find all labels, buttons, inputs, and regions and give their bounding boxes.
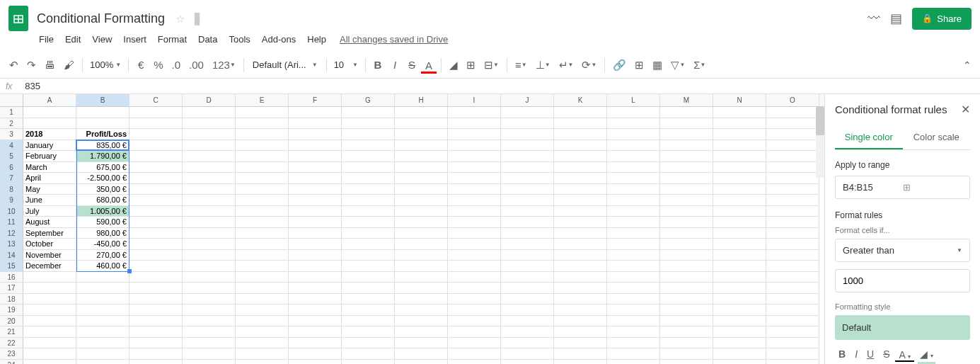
star-icon[interactable]: ☆ <box>175 13 185 25</box>
cell-M10[interactable] <box>660 206 713 217</box>
cell-O6[interactable] <box>766 162 819 174</box>
save-status[interactable]: All changes saved in Drive <box>340 34 448 45</box>
row-header-17[interactable]: 17 <box>0 283 23 294</box>
col-header-L[interactable]: L <box>607 94 660 106</box>
cell-D8[interactable] <box>183 184 236 195</box>
cell-G13[interactable] <box>342 239 395 250</box>
cell-I1[interactable] <box>448 107 501 118</box>
cell-C18[interactable] <box>129 294 183 305</box>
cell-H4[interactable] <box>395 140 448 152</box>
cell-G11[interactable] <box>342 217 395 228</box>
cell-I2[interactable] <box>448 118 501 130</box>
cell-B4[interactable]: 835,00 € <box>76 140 129 152</box>
cell-N17[interactable] <box>713 283 766 294</box>
cell-C5[interactable] <box>129 151 183 162</box>
cell-I7[interactable] <box>448 173 501 184</box>
cell-A19[interactable] <box>23 305 76 316</box>
cell-B9[interactable]: 680,00 € <box>76 195 129 206</box>
cell-E3[interactable] <box>236 129 289 140</box>
condition-select[interactable]: Greater than ▼ <box>835 239 970 262</box>
cell-N9[interactable] <box>713 195 766 206</box>
cell-B16[interactable] <box>76 272 129 283</box>
cell-C11[interactable] <box>129 217 183 228</box>
row-header-1[interactable]: 1 <box>0 107 23 118</box>
style-bold-button[interactable]: B <box>835 346 849 363</box>
cell-A17[interactable] <box>23 283 76 294</box>
cell-C3[interactable] <box>129 129 183 140</box>
cell-K9[interactable] <box>554 195 607 206</box>
col-header-K[interactable]: K <box>554 94 607 106</box>
cell-I9[interactable] <box>448 195 501 206</box>
cell-G3[interactable] <box>342 129 395 140</box>
cell-K21[interactable] <box>554 326 607 338</box>
chart-button[interactable]: ▦ <box>649 56 666 74</box>
cell-B1[interactable] <box>76 107 129 118</box>
cell-N19[interactable] <box>713 305 766 316</box>
col-header-F[interactable]: F <box>289 94 342 106</box>
cell-G7[interactable] <box>342 173 395 184</box>
cell-A22[interactable] <box>23 338 76 349</box>
cell-J15[interactable] <box>501 261 554 272</box>
cell-B3[interactable]: Profit/Loss <box>76 129 129 140</box>
cell-N3[interactable] <box>713 129 766 140</box>
cell-H22[interactable] <box>395 338 448 349</box>
cell-G17[interactable] <box>342 283 395 294</box>
cell-E13[interactable] <box>236 239 289 250</box>
borders-button[interactable]: ⊞ <box>463 56 479 74</box>
cell-J10[interactable] <box>501 206 554 217</box>
bold-button[interactable]: B <box>370 56 386 74</box>
link-button[interactable]: 🔗 <box>609 56 630 74</box>
cell-I8[interactable] <box>448 184 501 195</box>
close-panel-button[interactable]: ✕ <box>961 103 970 116</box>
cell-N13[interactable] <box>713 239 766 250</box>
formula-value[interactable]: 835 <box>25 81 40 91</box>
cell-F19[interactable] <box>289 305 342 316</box>
cell-L21[interactable] <box>607 326 660 338</box>
wrap-button[interactable]: ↵▼ <box>555 56 577 74</box>
cell-M14[interactable] <box>660 250 713 261</box>
cell-M22[interactable] <box>660 338 713 349</box>
cell-O15[interactable] <box>766 261 819 272</box>
cell-N12[interactable] <box>713 228 766 239</box>
range-input[interactable]: B4:B15 ⊞ <box>835 176 970 199</box>
cell-D5[interactable] <box>183 151 236 162</box>
cell-N5[interactable] <box>713 151 766 162</box>
threshold-input[interactable] <box>835 269 970 292</box>
cell-F12[interactable] <box>289 228 342 239</box>
cell-E1[interactable] <box>236 107 289 118</box>
col-header-E[interactable]: E <box>236 94 289 106</box>
comment-button[interactable]: ⊞ <box>631 56 647 74</box>
cell-O9[interactable] <box>766 195 819 206</box>
text-color-button[interactable]: A <box>421 57 437 74</box>
cell-C7[interactable] <box>129 173 183 184</box>
cell-J11[interactable] <box>501 217 554 228</box>
style-text-color-button[interactable]: A ▾ <box>895 346 913 362</box>
cell-M20[interactable] <box>660 316 713 327</box>
cell-J18[interactable] <box>501 294 554 305</box>
cell-E16[interactable] <box>236 272 289 283</box>
undo-button[interactable]: ↶ <box>6 56 22 74</box>
cell-M8[interactable] <box>660 184 713 195</box>
cell-D17[interactable] <box>183 283 236 294</box>
cell-D20[interactable] <box>183 316 236 327</box>
cell-K10[interactable] <box>554 206 607 217</box>
cell-M11[interactable] <box>660 217 713 228</box>
cell-M9[interactable] <box>660 195 713 206</box>
cell-G22[interactable] <box>342 338 395 349</box>
cell-O4[interactable] <box>766 140 819 152</box>
menu-help[interactable]: Help <box>302 31 331 47</box>
row-header-11[interactable]: 11 <box>0 217 23 228</box>
cell-O23[interactable] <box>766 348 819 360</box>
cell-D16[interactable] <box>183 272 236 283</box>
cell-F6[interactable] <box>289 162 342 174</box>
cell-K19[interactable] <box>554 305 607 316</box>
cell-J5[interactable] <box>501 151 554 162</box>
cell-C12[interactable] <box>129 228 183 239</box>
cell-H10[interactable] <box>395 206 448 217</box>
cell-D21[interactable] <box>183 326 236 338</box>
cell-G1[interactable] <box>342 107 395 118</box>
row-header-16[interactable]: 16 <box>0 272 23 283</box>
cell-B24[interactable] <box>76 360 129 365</box>
folder-icon[interactable]: ▋ <box>195 13 203 25</box>
cell-K5[interactable] <box>554 151 607 162</box>
